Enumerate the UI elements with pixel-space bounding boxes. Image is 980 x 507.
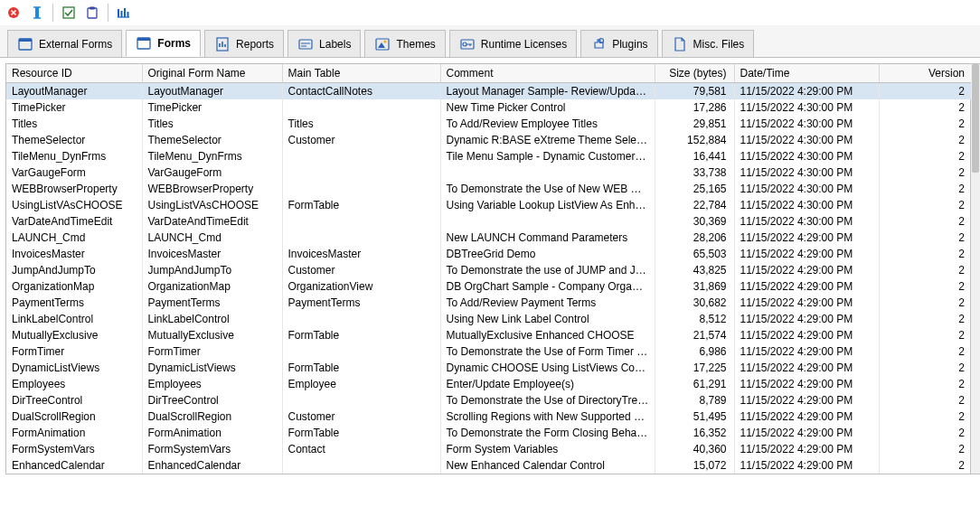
cell-comment: MutuallyExclusive Enhanced CHOOSE [440,327,655,343]
col-header-resource-id[interactable]: Resource ID [6,64,142,83]
table-row[interactable]: WEBBrowserPropertyWEBBrowserPropertyTo D… [6,181,972,197]
cell-datetime: 11/15/2022 4:30:00 PM [734,99,879,116]
cell-version: 2 [879,164,972,181]
vertical-scrollbar[interactable] [971,63,980,474]
svg-rect-10 [299,40,312,49]
table-row[interactable]: ThemeSelectorThemeSelectorCustomerDynami… [6,132,972,148]
cell-resource-id: FormAnimation [6,425,142,441]
tab-label: Plugins [612,38,647,51]
cell-resource-id: DirTreeControl [6,392,142,408]
cell-version: 2 [879,392,972,408]
cell-original: TimePicker [142,99,282,116]
cell-datetime: 11/15/2022 4:29:00 PM [734,311,879,327]
cell-version: 2 [879,360,972,376]
col-header-main-table[interactable]: Main Table [282,64,440,83]
table-row[interactable]: LinkLabelControlLinkLabelControlUsing Ne… [6,311,972,327]
label-icon [297,36,314,52]
cell-resource-id: VarDateAndTimeEdit [6,213,142,230]
cell-comment [440,164,655,181]
cell-size: 43,825 [655,262,734,278]
cell-main-table: Titles [282,116,440,132]
table-row[interactable]: JumpAndJumpToJumpAndJumpToCustomerTo Dem… [6,262,972,278]
table-row[interactable]: DynamicListViewsDynamicListViewsFormTabl… [6,360,972,376]
cell-original: MutuallyExclusive [142,327,282,343]
table-row[interactable]: PaymentTermsPaymentTermsPaymentTermsTo A… [6,295,972,311]
cell-main-table [282,311,440,327]
table-row[interactable]: FormSystemVarsFormSystemVarsContactForm … [6,441,972,457]
tab-label: Runtime Licenses [481,38,567,51]
tab-reports[interactable]: Reports [204,30,284,57]
tab-runtime-licenses[interactable]: Runtime Licenses [449,30,577,57]
check-button[interactable] [59,3,79,23]
col-header-original[interactable]: Original Form Name [142,64,282,83]
cell-version: 2 [879,246,972,262]
cell-resource-id: InvoicesMaster [6,246,142,262]
cell-comment: To Demonstrate the Use of New WEB Browe.… [440,181,655,197]
table-row[interactable]: LAUNCH_CmdLAUNCH_CmdNew LAUNCH Command P… [6,230,972,246]
cell-version: 2 [879,213,972,230]
cell-original: FormAnimation [142,425,282,441]
table-row[interactable]: InvoicesMasterInvoicesMasterInvoicesMast… [6,246,972,262]
cell-main-table: InvoicesMaster [282,246,440,262]
table-row[interactable]: TitlesTitlesTitlesTo Add/Review Employee… [6,116,972,132]
cell-comment: New Enhanced Calendar Control [440,457,655,474]
table-row[interactable]: TimePickerTimePickerNew Time Picker Cont… [6,99,972,116]
cell-original: DualScrollRegion [142,408,282,425]
cell-main-table [282,343,440,360]
table-row[interactable]: VarGaugeFormVarGaugeForm33,73811/15/2022… [6,164,972,181]
cell-resource-id: UsingListVAsCHOOSE [6,197,142,213]
clipboard-button[interactable] [82,3,102,23]
table-row[interactable]: FormAnimationFormAnimationFormTableTo De… [6,425,972,441]
cell-main-table [282,181,440,197]
cell-original: LAUNCH_Cmd [142,230,282,246]
table-row[interactable]: LayoutManagerLayoutManagerContactCallNot… [6,83,972,100]
cell-resource-id: MutuallyExclusive [6,327,142,343]
cell-comment: To Demonstrate the Use of DirectoryTree … [440,392,655,408]
tab-themes[interactable]: Themes [364,30,445,57]
tab-external-forms[interactable]: External Forms [7,30,122,57]
cell-version: 2 [879,262,972,278]
col-header-datetime[interactable]: Date/Time [734,64,879,83]
table-row[interactable]: VarDateAndTimeEditVarDateAndTimeEdit30,3… [6,213,972,230]
cell-original: TileMenu_DynFrms [142,148,282,164]
cell-size: 28,206 [655,230,734,246]
tab-label: Themes [396,38,435,51]
rename-button[interactable] [27,3,47,23]
col-header-size[interactable]: Size (bytes) [655,64,734,83]
cell-datetime: 11/15/2022 4:29:00 PM [734,262,879,278]
cell-version: 2 [879,181,972,197]
tab-forms[interactable]: Forms [126,30,201,57]
cell-datetime: 11/15/2022 4:29:00 PM [734,425,879,441]
cell-comment: Using New Link Label Control [440,311,655,327]
scrollbar-thumb[interactable] [972,64,979,173]
cell-datetime: 11/15/2022 4:29:00 PM [734,408,879,425]
tab-label: Forms [157,37,191,50]
cell-version: 2 [879,230,972,246]
table-row[interactable]: MutuallyExclusiveMutuallyExclusiveFormTa… [6,327,972,343]
col-header-comment[interactable]: Comment [440,64,655,83]
cell-original: InvoicesMaster [142,246,282,262]
table-row[interactable]: EnhancedCalendarEnhancedCalendarNew Enha… [6,457,972,474]
col-header-version[interactable]: Version [879,64,972,83]
columns-button[interactable] [114,3,134,23]
tab-misc-files[interactable]: Misc. Files [662,30,755,57]
table-row[interactable]: OrganizationMapOrganizationMapOrganizati… [6,278,972,295]
table-row[interactable]: UsingListVAsCHOOSEUsingListVAsCHOOSEForm… [6,197,972,213]
cell-main-table [282,148,440,164]
cell-size: 16,352 [655,425,734,441]
tab-labels[interactable]: Labels [287,30,361,57]
cell-datetime: 11/15/2022 4:30:00 PM [734,197,879,213]
table-row[interactable]: DualScrollRegionDualScrollRegionCustomer… [6,408,972,425]
cell-original: Employees [142,376,282,392]
close-button[interactable] [4,3,24,23]
cell-datetime: 11/15/2022 4:30:00 PM [734,132,879,148]
table-row[interactable]: DirTreeControlDirTreeControlTo Demonstra… [6,392,972,408]
cell-version: 2 [879,295,972,311]
cell-comment: Layout Manager Sample- Review/Update C..… [440,83,655,100]
table-row[interactable]: FormTimerFormTimerTo Demonstrate the Use… [6,343,972,360]
table-row[interactable]: TileMenu_DynFrmsTileMenu_DynFrmsTile Men… [6,148,972,164]
tab-plugins[interactable]: Plugins [580,30,657,57]
key-icon [459,36,476,52]
cell-version: 2 [879,441,972,457]
table-row[interactable]: EmployeesEmployeesEmployeeEnter/Update E… [6,376,972,392]
